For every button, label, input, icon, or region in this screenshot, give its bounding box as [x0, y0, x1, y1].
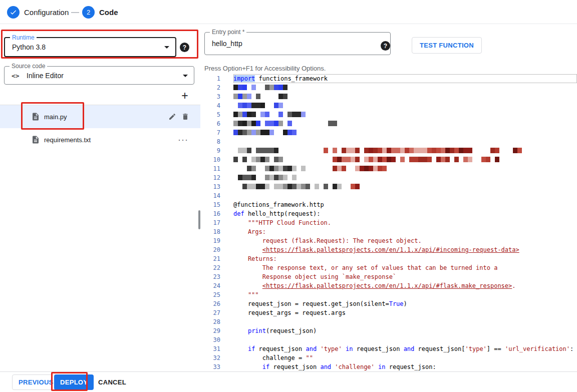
- step2-label[interactable]: Code: [99, 8, 118, 17]
- step1-label[interactable]: Configuration: [24, 8, 69, 17]
- redacted-code-mosaic: [233, 164, 577, 173]
- stepper-header: Configuration 2 Code: [0, 0, 577, 24]
- cancel-button[interactable]: CANCEL: [95, 374, 129, 390]
- code-text: def hello_http(request):: [233, 209, 577, 218]
- more-options-icon[interactable]: ···: [178, 135, 188, 145]
- step2-number-badge[interactable]: 2: [82, 6, 95, 19]
- redacted-code-mosaic: [233, 128, 577, 137]
- entry-point-help-icon[interactable]: ?: [381, 41, 390, 51]
- step1-completed-check-icon[interactable]: [7, 6, 20, 19]
- redacted-code-mosaic: [233, 101, 577, 110]
- code-line[interactable]: 32 challenge = "": [204, 353, 577, 362]
- code-text: [233, 335, 577, 344]
- code-line[interactable]: 5: [204, 110, 577, 119]
- code-text: [233, 137, 577, 146]
- line-number: 16: [204, 209, 220, 218]
- line-number: 22: [204, 263, 220, 272]
- line-number: 12: [204, 173, 220, 182]
- line-number: 33: [204, 362, 220, 370]
- code-line[interactable]: 17 """HTTP Cloud Function.: [204, 218, 577, 227]
- code-line[interactable]: 13: [204, 182, 577, 191]
- line-number: 4: [204, 101, 220, 110]
- entry-point-input[interactable]: [212, 33, 372, 55]
- chevron-down-icon: [183, 75, 188, 77]
- line-number: 31: [204, 344, 220, 353]
- line-number: 15: [204, 200, 220, 209]
- file-name: main.py: [44, 113, 67, 121]
- code-line[interactable]: 23 Response object using `make_response`: [204, 272, 577, 281]
- test-function-button[interactable]: TEST FUNCTION: [412, 37, 482, 54]
- add-file-button[interactable]: +: [178, 89, 191, 102]
- code-text: if request_json and 'challenge' in reque…: [233, 362, 577, 370]
- delete-trash-icon[interactable]: [181, 113, 189, 121]
- deploy-button[interactable]: DEPLOY: [54, 374, 94, 390]
- redacted-code-mosaic: [233, 182, 577, 191]
- file-row-requirements-txt[interactable]: requirements.txt ···: [0, 128, 200, 151]
- code-line[interactable]: 7: [204, 128, 577, 137]
- redacted-code-mosaic: [233, 110, 577, 119]
- line-number: 2: [204, 83, 220, 92]
- code-line[interactable]: 27 request_args = request.args: [204, 308, 577, 317]
- line-number: 14: [204, 191, 220, 200]
- edit-pencil-icon[interactable]: [168, 113, 176, 121]
- code-line[interactable]: 30: [204, 335, 577, 344]
- code-line[interactable]: 15@functions_framework.http: [204, 200, 577, 209]
- footer-bar: PREVIOUS DEPLOY CANCEL: [0, 371, 577, 392]
- code-line[interactable]: 29 print(request_json): [204, 326, 577, 335]
- line-number: 17: [204, 218, 220, 227]
- code-text: """: [233, 290, 577, 299]
- code-line[interactable]: 4: [204, 101, 577, 110]
- code-line[interactable]: 25 """: [204, 290, 577, 299]
- source-code-label: Source code: [10, 63, 47, 70]
- line-number: 25: [204, 290, 220, 299]
- code-line[interactable]: 2: [204, 83, 577, 92]
- line-number: 29: [204, 326, 220, 335]
- code-line[interactable]: 14: [204, 191, 577, 200]
- line-number: 30: [204, 335, 220, 344]
- runtime-select[interactable]: Runtime Python 3.8: [4, 37, 176, 57]
- line-number: 3: [204, 92, 220, 101]
- code-line[interactable]: 24 <https://flask.palletsprojects.com/en…: [204, 281, 577, 290]
- code-text: Returns:: [233, 254, 577, 263]
- code-line[interactable]: 31 if request_json and 'type' in request…: [204, 344, 577, 353]
- accessibility-hint: Press Option+F1 for Accessibility Option…: [204, 65, 326, 72]
- line-number: 28: [204, 317, 220, 326]
- code-line[interactable]: 1import functions_framework: [204, 74, 577, 83]
- code-line[interactable]: 8: [204, 137, 577, 146]
- code-line[interactable]: 22 The response text, or any set of valu…: [204, 263, 577, 272]
- code-line[interactable]: 18 Args:: [204, 227, 577, 236]
- code-line[interactable]: 21 Returns:: [204, 254, 577, 263]
- entry-point-field[interactable]: Entry point *: [204, 32, 391, 55]
- code-text: request_args = request.args: [233, 308, 577, 317]
- code-line[interactable]: 20 <https://flask.palletsprojects.com/en…: [204, 245, 577, 254]
- source-code-select[interactable]: Source code <> Inline Editor: [4, 66, 194, 85]
- left-panel-scrollbar-thumb[interactable]: [198, 210, 200, 229]
- code-line[interactable]: 28: [204, 317, 577, 326]
- code-line[interactable]: 10: [204, 155, 577, 164]
- code-line[interactable]: 12: [204, 173, 577, 182]
- runtime-help-icon[interactable]: ?: [180, 43, 189, 52]
- line-number: 21: [204, 254, 220, 263]
- code-line[interactable]: 11: [204, 164, 577, 173]
- code-line[interactable]: 19 request (flask.Request): The request …: [204, 236, 577, 245]
- file-row-main-py[interactable]: main.py: [0, 105, 200, 128]
- runtime-value: Python 3.8: [12, 43, 46, 51]
- code-line[interactable]: 16def hello_http(request):: [204, 209, 577, 218]
- code-line[interactable]: 6: [204, 119, 577, 128]
- code-text: """HTTP Cloud Function.: [233, 218, 577, 227]
- code-text: request (flask.Request): The request obj…: [233, 236, 577, 245]
- code-text: if request_json and 'type' in request_js…: [233, 344, 577, 353]
- previous-button[interactable]: PREVIOUS: [12, 374, 60, 390]
- line-number: 6: [204, 119, 220, 128]
- code-line[interactable]: 3: [204, 92, 577, 101]
- line-number: 20: [204, 245, 220, 254]
- stepper-connector: [71, 12, 79, 13]
- redacted-code-mosaic: [233, 92, 577, 101]
- code-line[interactable]: 26 request_json = request.get_json(silen…: [204, 299, 577, 308]
- code-line[interactable]: 9: [204, 146, 577, 155]
- code-line[interactable]: 33 if request_json and 'challenge' in re…: [204, 362, 577, 370]
- code-editor[interactable]: 1import functions_framework2345678910111…: [204, 74, 577, 370]
- line-number: 10: [204, 155, 220, 164]
- redacted-code-mosaic: [233, 83, 577, 92]
- redacted-code-mosaic: [233, 173, 577, 182]
